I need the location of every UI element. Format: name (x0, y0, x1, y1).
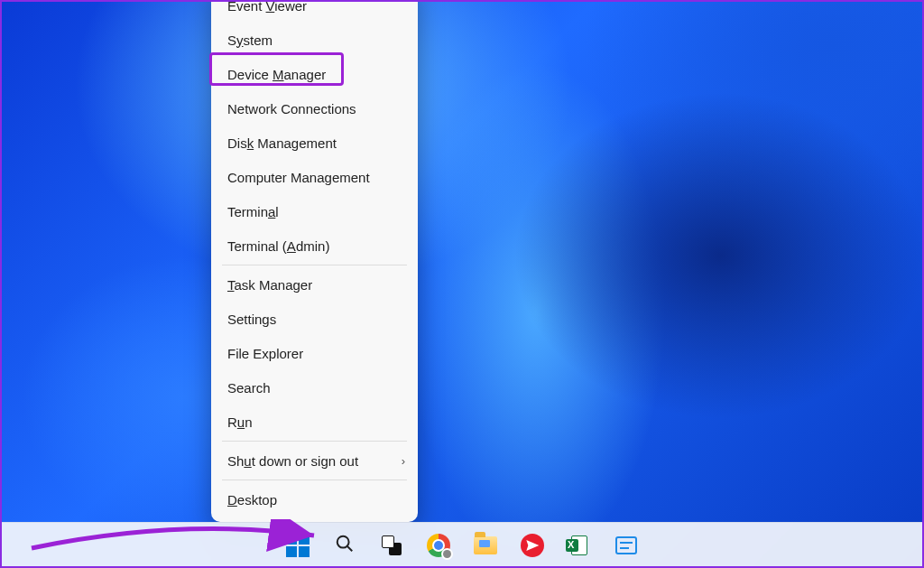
taskbar: X (0, 522, 924, 568)
blue-app-icon (615, 536, 637, 554)
winx-item-terminal-admin[interactable]: Terminal (Admin) (211, 228, 418, 263)
winx-item-label: Device Manager (227, 67, 326, 82)
winx-item-terminal[interactable]: Terminal (211, 194, 418, 228)
winx-item-settings[interactable]: Settings (211, 302, 418, 336)
winx-item-label: Disk Management (227, 135, 337, 151)
winx-item-label: Search (227, 380, 271, 396)
winx-item-system[interactable]: System (211, 23, 418, 57)
winx-item-search[interactable]: Search (211, 370, 418, 405)
file-explorer-app[interactable] (470, 530, 501, 561)
utility-app[interactable] (611, 530, 642, 561)
winx-item-label: Desktop (227, 492, 277, 507)
winx-item-disk-management[interactable]: Disk Management (211, 126, 418, 160)
search-icon (335, 534, 355, 557)
task-view-button[interactable] (376, 530, 407, 561)
winx-item-label: Computer Management (227, 170, 370, 185)
winx-context-menu: Event ViewerSystemDevice ManagerNetwork … (211, 0, 418, 522)
excel-app[interactable]: X (564, 530, 595, 561)
winx-item-label: System (227, 33, 273, 48)
excel-icon: X (571, 535, 587, 555)
winx-item-file-explorer[interactable]: File Explorer (211, 336, 418, 370)
chrome-app[interactable] (423, 530, 454, 561)
winx-item-network-connections[interactable]: Network Connections (211, 91, 418, 126)
chrome-icon (427, 534, 450, 557)
winx-item-label: Run (227, 414, 253, 430)
task-view-icon (382, 535, 402, 555)
svg-point-0 (337, 536, 349, 548)
mail-app[interactable] (517, 530, 548, 561)
folder-icon (474, 536, 497, 554)
winx-item-desktop[interactable]: Desktop (211, 482, 418, 517)
winx-item-event-viewer[interactable]: Event Viewer (211, 0, 418, 23)
winx-item-shut-down[interactable]: Shut down or sign out› (211, 443, 418, 478)
chevron-right-icon: › (402, 454, 405, 468)
winx-item-run[interactable]: Run (211, 405, 418, 439)
windows-logo-icon (286, 534, 310, 557)
winx-item-device-manager[interactable]: Device Manager (211, 57, 418, 91)
menu-separator (222, 480, 407, 480)
svg-line-1 (347, 546, 353, 552)
menu-separator (222, 265, 407, 265)
winx-item-label: Terminal (227, 204, 279, 219)
winx-item-label: Task Manager (227, 277, 312, 293)
start-button[interactable] (282, 530, 313, 561)
winx-item-task-manager[interactable]: Task Manager (211, 267, 418, 302)
desktop-wallpaper[interactable] (0, 0, 924, 568)
winx-item-label: File Explorer (227, 346, 303, 361)
winx-item-label: Shut down or sign out (227, 453, 358, 469)
winx-item-label: Event Viewer (227, 0, 307, 14)
winx-item-label: Settings (227, 312, 276, 327)
winx-item-label: Terminal (Admin) (227, 238, 329, 254)
red-circle-icon (521, 534, 544, 557)
winx-item-computer-management[interactable]: Computer Management (211, 160, 418, 194)
menu-separator (222, 441, 407, 442)
winx-item-label: Network Connections (227, 101, 356, 116)
search-button[interactable] (329, 530, 360, 561)
